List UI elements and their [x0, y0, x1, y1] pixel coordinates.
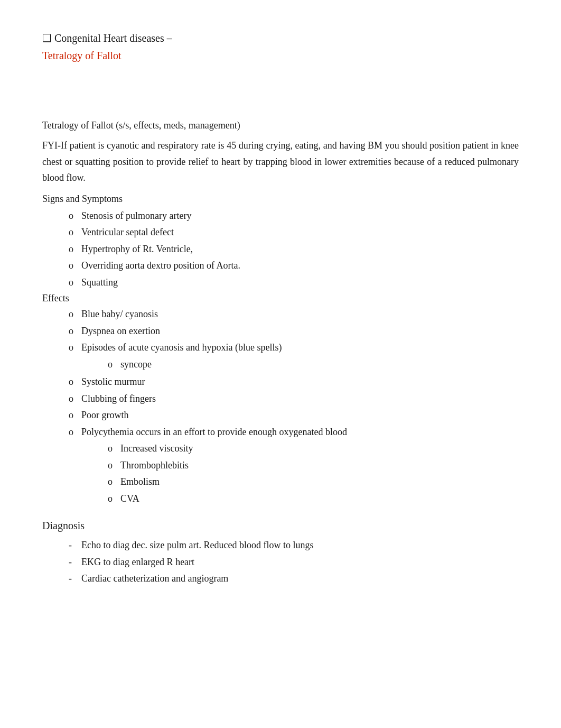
list-item: Hypertrophy of Rt. Ventricle,: [69, 241, 519, 258]
list-item: Poor growth: [69, 407, 519, 424]
diagnosis-list: Echo to diag dec. size pulm art. Reduced…: [42, 537, 519, 587]
congenital-title: ❑ Congenital Heart diseases –: [42, 32, 519, 44]
list-item: Thrombophlebitis: [108, 457, 519, 474]
list-item: CVA: [108, 491, 519, 508]
effects-label: Effects: [42, 293, 519, 304]
list-item: Blue baby/ cyanosis: [69, 306, 519, 323]
list-item: EKG to diag enlarged R heart: [69, 554, 519, 571]
list-item: Polycythemia occurs in an effort to prov…: [69, 424, 519, 508]
list-item: Cardiac catheterization and angiogram: [69, 570, 519, 587]
tetralogy-heading: Tetralogy of Fallot: [42, 50, 519, 62]
signs-symptoms-label: Signs and Symptoms: [42, 193, 519, 205]
effects-list: Blue baby/ cyanosis Dyspnea on exertion …: [42, 306, 519, 507]
sub-list: syncope: [81, 356, 519, 373]
sub-list: Increased viscosity Thrombophlebitis Emb…: [81, 440, 519, 507]
list-item: Embolism: [108, 474, 519, 491]
list-item: Increased viscosity: [108, 440, 519, 457]
list-item: Squatting: [69, 274, 519, 291]
list-item: Stenosis of pulmonary artery: [69, 208, 519, 225]
list-item: syncope: [108, 356, 519, 373]
list-item: Overriding aorta dextro position of Aort…: [69, 257, 519, 274]
list-item: Dyspnea on exertion: [69, 323, 519, 340]
list-item: Ventricular septal defect: [69, 224, 519, 241]
list-item: Clubbing of fingers: [69, 391, 519, 408]
list-item: Echo to diag dec. size pulm art. Reduced…: [69, 537, 519, 554]
list-item: Episodes of acute cyanosis and hypoxia (…: [69, 339, 519, 373]
fyi-paragraph: FYI-If patient is cyanotic and respirato…: [42, 137, 519, 186]
tetralogy-subtitle: Tetralogy of Fallot (s/s, effects, meds,…: [42, 120, 519, 131]
diagnosis-label: Diagnosis: [42, 520, 519, 532]
list-item: Systolic murmur: [69, 374, 519, 391]
signs-symptoms-list: Stenosis of pulmonary artery Ventricular…: [42, 208, 519, 291]
